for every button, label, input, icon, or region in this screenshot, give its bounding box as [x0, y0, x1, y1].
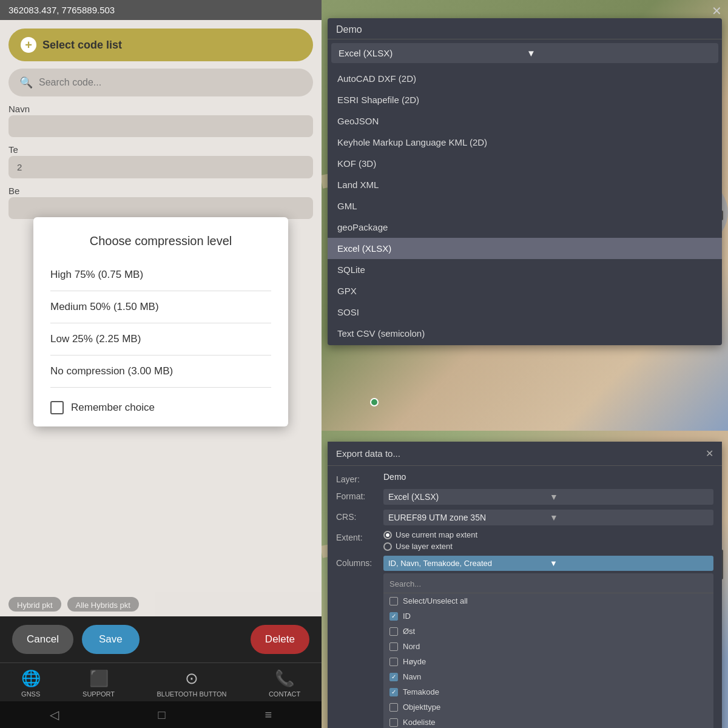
col-checkbox[interactable]: [389, 718, 398, 727]
map-bottom: Vollveagen Punkt_4 2D Export data to... …: [322, 431, 728, 728]
android-recent[interactable]: ≡: [265, 708, 272, 722]
selected-format-label: Excel (XLSX): [339, 48, 523, 58]
col-item[interactable]: Temakode: [383, 684, 713, 699]
export-dialog: Export data to... ✕ Layer: Demo Format: …: [328, 442, 722, 728]
dropdown-arrow-icon: ▼: [527, 48, 711, 58]
extent-option-current[interactable]: Use current map extent: [383, 530, 477, 539]
crs-select[interactable]: EUREF89 UTM zone 35N ▼: [383, 510, 713, 525]
col-item[interactable]: Navn: [383, 669, 713, 684]
format-item[interactable]: GPX: [328, 280, 722, 302]
radio-layer-icon: [383, 542, 392, 551]
col-checkbox[interactable]: [389, 703, 398, 712]
columns-arrow-icon: ▼: [550, 559, 709, 568]
col-label: Nord: [403, 642, 420, 651]
col-item[interactable]: Objekttype: [383, 699, 713, 715]
android-nav: ◁ □ ≡: [0, 701, 322, 728]
export-row-columns: Columns: ID, Navn, Temakode, Created ▼ S…: [336, 556, 713, 728]
nav-contact[interactable]: 📞 CONTACT: [269, 669, 300, 698]
compression-low[interactable]: Low 25% (2.25 MB): [50, 323, 271, 356]
nav-bluetooth-label: BLUETOOTH BUTTON: [157, 690, 226, 698]
col-label: Temakode: [403, 687, 439, 696]
format-item[interactable]: AutoCAD DXF (2D): [328, 68, 722, 89]
format-item[interactable]: SQLite: [328, 259, 722, 280]
col-item[interactable]: Høyde: [383, 654, 713, 669]
col-checkbox[interactable]: [389, 627, 398, 636]
format-item[interactable]: Land XML: [328, 174, 722, 195]
col-label: Høyde: [403, 657, 426, 666]
right-panel: ✕ Demo Excel (XLSX) ▼ AutoCAD DXF (2D)ES…: [322, 0, 728, 728]
nav-contact-label: CONTACT: [269, 690, 300, 698]
format-item[interactable]: ESRI Shapefile (2D): [328, 89, 722, 110]
bluetooth-icon: ⊙: [185, 669, 198, 688]
format-item[interactable]: geoPackage: [328, 217, 722, 238]
extent-layer-label: Use layer extent: [396, 542, 453, 551]
format-item[interactable]: SOSI: [328, 302, 722, 323]
remember-label: Remember choice: [71, 402, 155, 414]
export-row-format: Format: Excel (XLSX) ▼: [336, 489, 713, 505]
extent-current-label: Use current map extent: [396, 530, 477, 539]
col-checkbox[interactable]: [389, 642, 398, 651]
dialog-overlay: Choose compression level High 75% (0.75 …: [0, 0, 322, 643]
format-arrow-icon: ▼: [550, 492, 709, 502]
bottom-nav: 🌐 GNSS ⬛ SUPPORT ⊙ BLUETOOTH BUTTON 📞 CO…: [0, 662, 322, 701]
col-item[interactable]: Kodeliste: [383, 715, 713, 728]
layer-label: Layer:: [336, 472, 377, 484]
col-checkbox[interactable]: [389, 688, 398, 696]
support-icon: ⬛: [89, 669, 109, 688]
map-pin: [370, 398, 379, 406]
col-checkbox-select-all[interactable]: [389, 597, 398, 605]
format-item[interactable]: KOF (3D): [328, 153, 722, 174]
compression-none[interactable]: No compression (3.00 MB): [50, 356, 271, 388]
format-select-row[interactable]: Excel (XLSX) ▼: [331, 43, 718, 63]
crs-arrow-icon: ▼: [550, 513, 709, 522]
dialog-title: Choose compression level: [50, 234, 271, 248]
columns-search-text: Search...: [389, 579, 421, 588]
export-row-layer: Layer: Demo: [336, 472, 713, 484]
format-label: Format:: [336, 489, 377, 501]
col-label: Objekttype: [403, 703, 440, 712]
extent-label: Extent:: [336, 530, 377, 542]
col-item[interactable]: ID: [383, 608, 713, 624]
export-row-extent: Extent: Use current map extent Use layer…: [336, 530, 713, 551]
compression-dialog: Choose compression level High 75% (0.75 …: [33, 217, 288, 426]
remember-row[interactable]: Remember choice: [50, 396, 271, 414]
gnss-icon: 🌐: [21, 669, 41, 688]
format-item[interactable]: Keyhole Markup Language KML (2D): [328, 132, 722, 153]
compression-high[interactable]: High 75% (0.75 MB): [50, 259, 271, 291]
col-checkbox[interactable]: [389, 612, 398, 621]
nav-gnss[interactable]: 🌐 GNSS: [21, 669, 41, 698]
nav-support[interactable]: ⬛ SUPPORT: [83, 669, 115, 698]
extent-option-layer[interactable]: Use layer extent: [383, 542, 477, 551]
col-label-select-all: Select/Unselect all: [403, 596, 468, 605]
col-label: ID: [403, 612, 411, 621]
columns-dropdown: ID, Navn, Temakode, Created ▼ Search... …: [383, 556, 713, 728]
format-item[interactable]: GeoJSON: [328, 110, 722, 132]
columns-items: IDØstNordHøydeNavnTemakodeObjekttypeKode…: [383, 608, 713, 728]
col-item-select-all[interactable]: Select/Unselect all: [383, 593, 713, 608]
columns-select-row[interactable]: ID, Navn, Temakode, Created ▼: [383, 556, 713, 571]
nav-bluetooth[interactable]: ⊙ BLUETOOTH BUTTON: [157, 669, 226, 698]
col-label: Kodeliste: [403, 718, 435, 727]
col-checkbox[interactable]: [389, 658, 398, 666]
android-back[interactable]: ◁: [50, 707, 59, 722]
col-checkbox[interactable]: [389, 673, 398, 681]
col-item[interactable]: Nord: [383, 639, 713, 654]
demo-title: Demo: [336, 24, 362, 35]
format-select[interactable]: Excel (XLSX) ▼: [383, 489, 713, 505]
compression-medium[interactable]: Medium 50% (1.50 MB): [50, 291, 271, 323]
export-title-bar: Export data to... ✕: [328, 442, 722, 466]
format-dropdown: Demo Excel (XLSX) ▼ AutoCAD DXF (2D)ESRI…: [328, 18, 722, 345]
format-item[interactable]: Text CSV (semicolon): [328, 323, 722, 344]
close-button-top[interactable]: ✕: [712, 4, 722, 18]
map-background-top: ✕ Demo Excel (XLSX) ▼ AutoCAD DXF (2D)ES…: [322, 0, 728, 431]
format-select-value: Excel (XLSX): [388, 492, 547, 502]
crs-label: CRS:: [336, 510, 377, 522]
export-close-button[interactable]: ✕: [706, 448, 713, 459]
format-item[interactable]: GML: [328, 195, 722, 217]
format-item[interactable]: Excel (XLSX): [328, 238, 722, 259]
export-body: Layer: Demo Format: Excel (XLSX) ▼ CRS:: [328, 466, 722, 728]
col-item[interactable]: Øst: [383, 624, 713, 639]
android-home[interactable]: □: [158, 708, 166, 722]
col-label: Navn: [403, 672, 421, 681]
remember-checkbox[interactable]: [50, 401, 64, 414]
